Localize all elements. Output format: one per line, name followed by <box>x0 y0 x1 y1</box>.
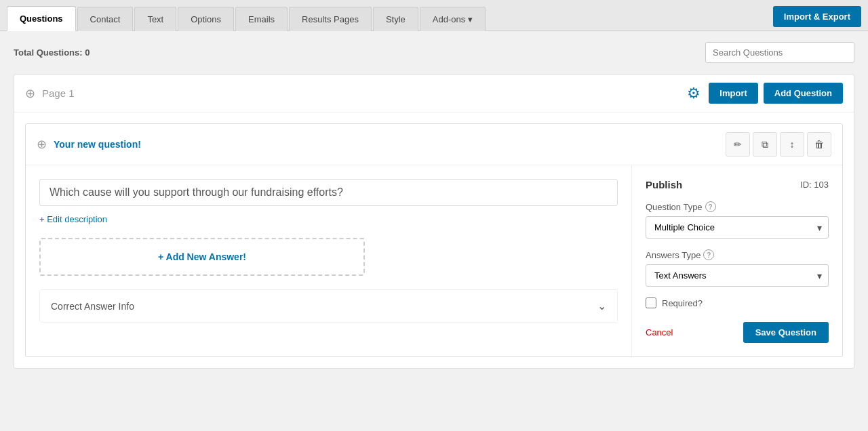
copy-question-button[interactable]: ⧉ <box>753 132 777 157</box>
correct-answer-toggle[interactable]: Correct Answer Info ⌄ <box>40 290 617 322</box>
tab-style[interactable]: Style <box>373 7 418 31</box>
correct-answer-section: Correct Answer Info ⌄ <box>39 289 618 323</box>
add-answer-button[interactable]: + Add New Answer! <box>39 238 365 276</box>
cancel-button[interactable]: Cancel <box>646 327 673 337</box>
tab-results-pages[interactable]: Results Pages <box>289 7 372 31</box>
correct-answer-title: Correct Answer Info <box>51 301 134 312</box>
answers-type-help-icon[interactable]: ? <box>703 249 714 260</box>
page-title: Page 1 <box>42 87 75 99</box>
edit-question-button[interactable]: ✏ <box>726 132 750 157</box>
required-label: Required? <box>662 298 703 308</box>
question-card-header-left: ⊕ Your new question! <box>37 137 141 152</box>
publish-header: Publish ID: 103 <box>646 179 829 190</box>
question-type-label: Question Type ? <box>646 201 829 212</box>
total-questions: Total Questions: 0 <box>14 47 90 58</box>
question-card-header-right: ✏ ⧉ ↕ 🗑 <box>726 132 831 157</box>
page-header-left: ⊕ Page 1 <box>25 86 75 101</box>
chevron-down-icon: ⌄ <box>597 300 606 312</box>
page-header: ⊕ Page 1 ⚙ Import Add Question <box>14 75 854 112</box>
page-import-button[interactable]: Import <box>709 83 757 104</box>
question-drag-handle-icon[interactable]: ⊕ <box>37 137 47 152</box>
answers-type-select-wrapper: Text Answers <box>646 264 829 287</box>
question-body: + Edit description + Add New Answer! Cor… <box>26 165 842 356</box>
question-label: Your new question! <box>54 139 141 150</box>
tab-bar: Questions Contact Text Options Emails Re… <box>0 0 868 31</box>
delete-question-button[interactable]: 🗑 <box>807 132 831 157</box>
search-input[interactable] <box>705 42 854 63</box>
total-questions-label: Total Questions: <box>14 47 83 58</box>
required-checkbox[interactable] <box>646 297 656 308</box>
publish-id: ID: 103 <box>800 180 829 190</box>
question-type-help-icon[interactable]: ? <box>705 201 716 212</box>
total-questions-count: 0 <box>85 47 90 58</box>
answers-type-label-text: Answers Type <box>646 250 701 260</box>
tab-text[interactable]: Text <box>134 7 176 31</box>
question-card-header: ⊕ Your new question! ✏ ⧉ ↕ 🗑 <box>26 124 842 165</box>
question-type-select[interactable]: Multiple Choice <box>646 216 829 239</box>
page-settings-button[interactable]: ⚙ <box>684 83 703 104</box>
tab-questions[interactable]: Questions <box>7 6 76 31</box>
page-block: ⊕ Page 1 ⚙ Import Add Question ⊕ Your ne… <box>14 74 854 369</box>
question-type-label-text: Question Type <box>646 202 703 212</box>
action-row: Cancel Save Question <box>646 322 829 343</box>
edit-description-link[interactable]: + Edit description <box>39 214 618 224</box>
page-header-right: ⚙ Import Add Question <box>684 83 843 104</box>
question-right-panel: Publish ID: 103 Question Type ? Multiple… <box>632 165 842 356</box>
question-type-select-wrapper: Multiple Choice <box>646 216 829 239</box>
tab-options[interactable]: Options <box>178 7 234 31</box>
move-question-button[interactable]: ↕ <box>780 132 804 157</box>
tab-list: Questions Contact Text Options Emails Re… <box>7 5 487 30</box>
question-text-input[interactable] <box>39 179 618 206</box>
tab-add-ons[interactable]: Add-ons ▾ <box>420 7 486 31</box>
publish-title: Publish <box>646 179 682 190</box>
top-row: Total Questions: 0 <box>14 42 854 63</box>
required-row: Required? <box>646 297 829 308</box>
save-question-button[interactable]: Save Question <box>743 322 829 343</box>
question-card: ⊕ Your new question! ✏ ⧉ ↕ 🗑 + Edit desc… <box>25 123 843 357</box>
answers-type-select[interactable]: Text Answers <box>646 264 829 287</box>
page-drag-handle-icon[interactable]: ⊕ <box>25 86 35 101</box>
tab-contact[interactable]: Contact <box>77 7 134 31</box>
answers-type-label: Answers Type ? <box>646 249 829 260</box>
question-left-panel: + Edit description + Add New Answer! Cor… <box>26 165 632 356</box>
main-content: Total Questions: 0 ⊕ Page 1 ⚙ Import Add… <box>0 31 868 390</box>
import-export-button[interactable]: Import & Export <box>773 6 861 27</box>
import-export-area: Import & Export <box>773 5 861 30</box>
tab-emails[interactable]: Emails <box>235 7 288 31</box>
add-question-button[interactable]: Add Question <box>764 83 843 104</box>
